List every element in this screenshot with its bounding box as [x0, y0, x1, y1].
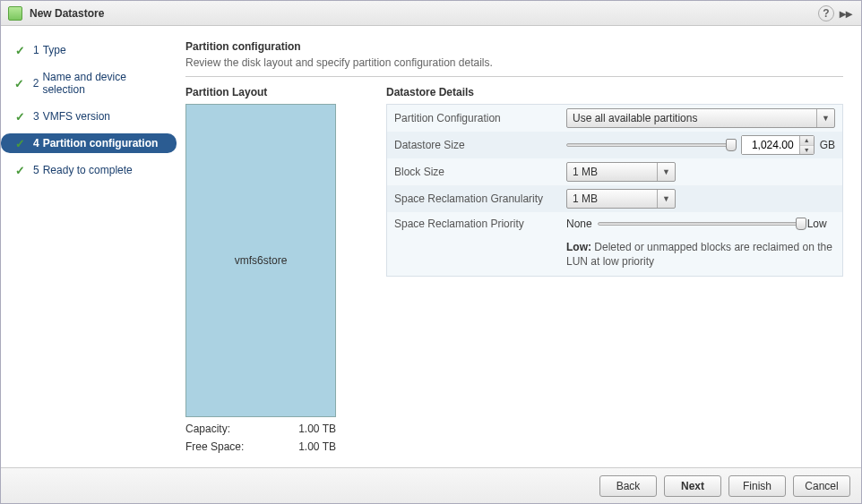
datastore-details-title: Datastore Details [386, 86, 843, 98]
size-input[interactable] [742, 136, 799, 154]
window-title: New Datastore [30, 7, 104, 20]
reclaim-granularity-select[interactable]: 1 MB ▼ [566, 189, 676, 209]
step-name-device[interactable]: ✓ 2 Name and device selection [1, 67, 177, 99]
reclaim-priority-label: Space Reclamation Priority [394, 218, 566, 230]
back-button[interactable]: Back [599, 475, 657, 497]
reclaim-priority-row: Space Reclamation Priority None Low Low: [387, 212, 842, 276]
datastore-size-label: Datastore Size [394, 139, 566, 151]
spinner-down-icon[interactable]: ▼ [800, 146, 814, 155]
check-icon: ✓ [13, 137, 26, 149]
chevron-down-icon: ▼ [657, 163, 675, 181]
next-button[interactable]: Next [664, 475, 721, 497]
step-label: Ready to complete [43, 164, 133, 176]
step-label: VMFS version [43, 110, 110, 123]
help-icon[interactable]: ? [818, 5, 834, 21]
step-label: Partition configuration [43, 137, 159, 149]
check-icon: ✓ [13, 164, 26, 176]
priority-note-bold: Low: [566, 241, 591, 253]
wizard-steps-sidebar: ✓ 1 Type ✓ 2 Name and device selection ✓… [1, 26, 177, 468]
capacity-label: Capacity: [185, 423, 230, 435]
page-title: Partition configuration [185, 40, 843, 53]
reclaim-granularity-label: Space Reclamation Granularity [394, 192, 566, 205]
priority-right-label: Low [807, 218, 827, 230]
datastore-details-section: Datastore Details Partition Configuratio… [386, 86, 843, 453]
size-spinner[interactable]: ▲ ▼ [741, 135, 815, 155]
partition-config-select[interactable]: Use all available partitions ▼ [566, 108, 835, 128]
cancel-button[interactable]: Cancel [793, 475, 850, 497]
priority-slider[interactable] [598, 222, 802, 226]
wizard-body: ✓ 1 Type ✓ 2 Name and device selection ✓… [1, 26, 861, 468]
spinner-up-icon[interactable]: ▲ [800, 136, 814, 146]
select-value: 1 MB [567, 166, 657, 178]
free-space-label: Free Space: [185, 440, 244, 453]
step-vmfs-version[interactable]: ✓ 3 VMFS version [1, 107, 177, 126]
check-icon: ✓ [13, 77, 26, 90]
block-size-select[interactable]: 1 MB ▼ [566, 162, 676, 182]
partition-layout-title: Partition Layout [185, 86, 365, 98]
reclaim-granularity-row: Space Reclamation Granularity 1 MB ▼ [387, 185, 842, 212]
select-value: 1 MB [567, 192, 657, 205]
select-value: Use all available partitions [567, 112, 816, 124]
step-type[interactable]: ✓ 1 Type [1, 40, 177, 60]
partition-name: vmfs6store [235, 254, 288, 267]
step-partition-config[interactable]: ✓ 4 Partition configuration [1, 133, 177, 153]
check-icon: ✓ [13, 44, 26, 56]
step-number: 1 [33, 44, 39, 56]
button-bar: Back Next Finish Cancel [1, 467, 861, 503]
chevron-down-icon: ▼ [816, 109, 834, 127]
step-ready-complete[interactable]: ✓ 5 Ready to complete [1, 160, 177, 180]
step-number: 3 [33, 110, 39, 123]
partition-diagram: vmfs6store [185, 104, 336, 417]
forward-icon[interactable]: ▸▸ [838, 5, 854, 21]
page-description: Review the disk layout and specify parti… [185, 56, 843, 69]
datastore-icon [8, 6, 22, 21]
slider-handle-icon[interactable] [726, 139, 737, 151]
title-bar: New Datastore ? ▸▸ [1, 1, 861, 26]
check-icon: ✓ [13, 110, 26, 123]
slider-handle-icon[interactable] [796, 218, 806, 230]
block-size-row: Block Size 1 MB ▼ [387, 158, 842, 185]
size-slider[interactable] [566, 143, 730, 147]
finish-button[interactable]: Finish [728, 475, 786, 497]
step-number: 5 [33, 164, 39, 176]
details-grid: Partition Configuration Use all availabl… [386, 104, 843, 277]
free-space-value: 1.00 TB [298, 440, 336, 453]
block-size-label: Block Size [394, 166, 566, 178]
step-number: 4 [33, 137, 39, 149]
priority-note-text: Deleted or unmapped blocks are reclaimed… [566, 241, 832, 268]
step-label: Type [43, 44, 66, 56]
partition-config-label: Partition Configuration [394, 112, 566, 124]
content-pane: Partition configuration Review the disk … [177, 26, 861, 468]
content-header: Partition configuration Review the disk … [185, 40, 843, 77]
chevron-down-icon: ▼ [657, 190, 675, 208]
size-unit: GB [820, 139, 835, 151]
partition-layout-section: Partition Layout vmfs6store Capacity: 1.… [185, 86, 365, 453]
step-label: Name and device selection [42, 71, 169, 96]
step-number: 2 [33, 77, 39, 90]
priority-left-label: None [566, 218, 592, 230]
priority-note: Low: Deleted or unmapped blocks are recl… [566, 241, 835, 269]
datastore-size-row: Datastore Size ▲ ▼ [387, 132, 842, 158]
capacity-value: 1.00 TB [298, 423, 336, 435]
partition-config-row: Partition Configuration Use all availabl… [387, 105, 842, 132]
